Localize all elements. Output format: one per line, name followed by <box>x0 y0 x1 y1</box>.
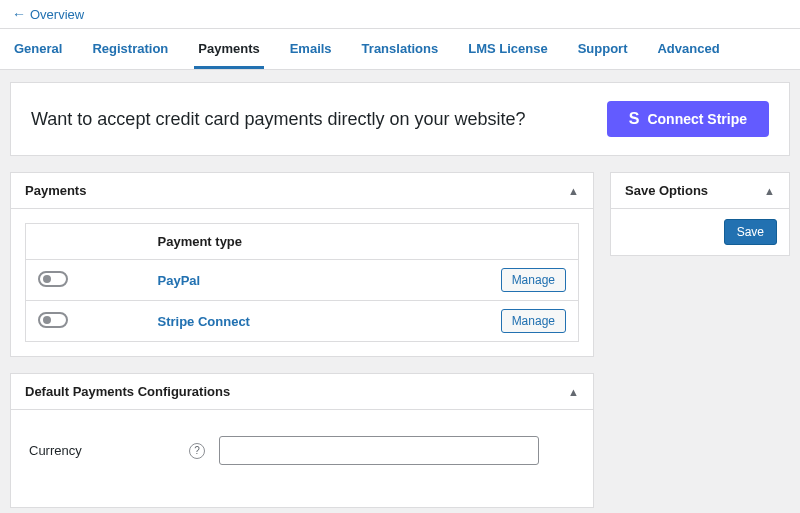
tab-registration[interactable]: Registration <box>88 29 172 69</box>
connect-stripe-button[interactable]: S Connect Stripe <box>607 101 769 137</box>
tab-translations[interactable]: Translations <box>358 29 443 69</box>
col-actions <box>489 224 579 260</box>
currency-row: Currency ? <box>25 424 579 493</box>
help-icon[interactable]: ? <box>189 443 205 459</box>
stripe-connect-banner: Want to accept credit card payments dire… <box>10 82 790 156</box>
settings-tabs: General Registration Payments Emails Tra… <box>0 29 800 70</box>
table-row: Stripe Connect Manage <box>26 301 579 342</box>
default-payments-config-panel: Default Payments Configurations ▲ Curren… <box>10 373 594 508</box>
table-row: PayPal Manage <box>26 260 579 301</box>
panel-collapse-toggle[interactable]: ▲ <box>568 386 579 398</box>
save-panel-title: Save Options <box>625 183 708 198</box>
currency-input[interactable] <box>219 436 539 465</box>
tab-payments[interactable]: Payments <box>194 29 263 69</box>
payments-panel: Payments ▲ Payment type <box>10 172 594 357</box>
tab-general[interactable]: General <box>10 29 66 69</box>
tab-advanced[interactable]: Advanced <box>653 29 723 69</box>
stripe-banner-text: Want to accept credit card payments dire… <box>31 109 526 130</box>
col-toggle <box>26 224 146 260</box>
tab-lms-license[interactable]: LMS License <box>464 29 551 69</box>
paypal-manage-button[interactable]: Manage <box>501 268 566 292</box>
connect-stripe-label: Connect Stripe <box>647 111 747 127</box>
stripe-manage-button[interactable]: Manage <box>501 309 566 333</box>
arrow-left-icon: ← <box>12 6 26 22</box>
stripe-toggle[interactable] <box>38 312 68 328</box>
panel-collapse-toggle[interactable]: ▲ <box>568 185 579 197</box>
currency-label: Currency <box>29 443 82 458</box>
save-options-panel: Save Options ▲ Save <box>610 172 790 256</box>
payment-methods-table: Payment type PayPal Manage <box>25 223 579 342</box>
tab-emails[interactable]: Emails <box>286 29 336 69</box>
stripe-logo-icon: S <box>629 111 640 127</box>
payments-panel-title: Payments <box>25 183 86 198</box>
stripe-connect-link[interactable]: Stripe Connect <box>158 314 250 329</box>
tab-support[interactable]: Support <box>574 29 632 69</box>
paypal-link[interactable]: PayPal <box>158 273 201 288</box>
col-payment-type: Payment type <box>146 224 489 260</box>
overview-label: Overview <box>30 7 84 22</box>
panel-collapse-toggle[interactable]: ▲ <box>764 185 775 197</box>
config-panel-title: Default Payments Configurations <box>25 384 230 399</box>
save-button[interactable]: Save <box>724 219 777 245</box>
paypal-toggle[interactable] <box>38 271 68 287</box>
overview-link[interactable]: ← Overview <box>12 6 84 22</box>
